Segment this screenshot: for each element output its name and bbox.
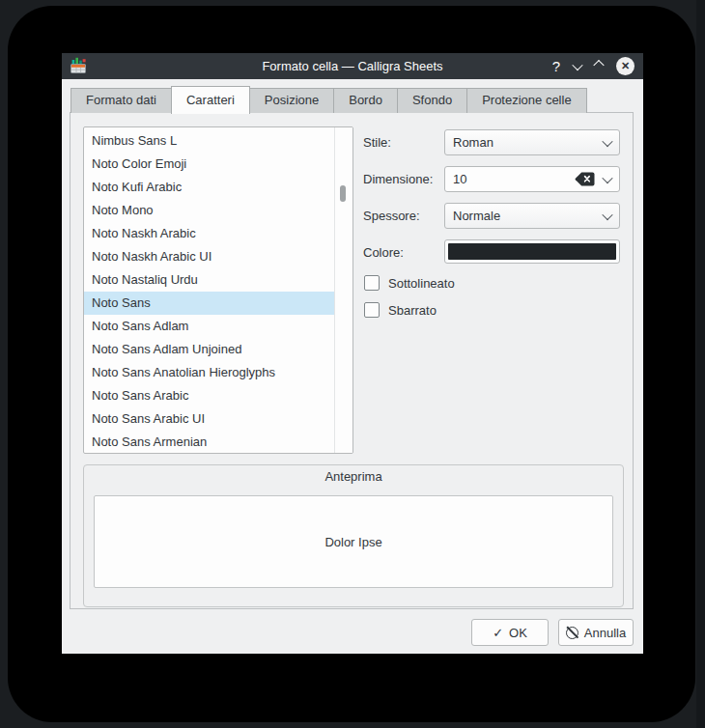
preview-sample-text: Dolor Ipse <box>324 535 381 549</box>
preview-area: Dolor Ipse <box>94 495 613 588</box>
close-icon: ✕ <box>621 60 630 72</box>
tab-bar: Formato datiCaratteriPosizioneBordoSfond… <box>70 85 586 113</box>
font-family-rows: Nimbus Sans LNoto Color EmojiNoto Kufi A… <box>84 129 334 454</box>
format-cell-dialog: Formato cella — Calligra Sheets ? ✕ Form… <box>62 53 643 654</box>
font-list-item[interactable]: Noto Naskh Arabic UI <box>84 245 334 268</box>
clear-text-button[interactable] <box>575 172 595 186</box>
strikeout-checkbox-row[interactable]: Sbarrato <box>364 302 437 318</box>
size-value: 10 <box>453 172 466 186</box>
close-button[interactable]: ✕ <box>616 57 634 75</box>
preview-groupbox: Anteprima Dolor Ipse <box>83 464 624 607</box>
size-label: Dimensione: <box>363 172 450 186</box>
font-list-item[interactable]: Noto Sans Armenian <box>84 431 334 454</box>
cancel-icon <box>566 627 578 639</box>
underline-checkbox-row[interactable]: Sottolineato <box>364 275 455 291</box>
tab[interactable]: Protezione celle <box>466 88 587 113</box>
font-list-item[interactable]: Noto Kufi Arabic <box>84 176 334 199</box>
font-list-item[interactable]: Noto Color Emoji <box>84 153 334 176</box>
font-list-item[interactable]: Noto Sans Adlam Unjoined <box>84 338 334 361</box>
font-list-item[interactable]: Noto Sans Adlam <box>84 315 334 338</box>
tab[interactable]: Bordo <box>333 88 398 113</box>
cancel-button[interactable]: Annulla <box>558 619 634 646</box>
font-list-item[interactable]: Noto Sans Arabic <box>84 384 334 407</box>
font-list-item[interactable]: Noto Mono <box>84 199 334 222</box>
titlebar[interactable]: Formato cella — Calligra Sheets ? ✕ <box>62 53 643 79</box>
weight-combobox[interactable]: Normale <box>444 203 620 229</box>
weight-label: Spessore: <box>363 209 450 223</box>
tab[interactable]: Sfondo <box>397 88 467 113</box>
shade-button-chevron-down-icon[interactable] <box>572 59 582 70</box>
color-swatch <box>448 243 616 260</box>
color-label: Colore: <box>363 245 450 260</box>
tab[interactable]: Caratteri <box>171 86 250 114</box>
font-list-scrollbar[interactable] <box>334 127 352 453</box>
ok-button-label: OK <box>509 626 527 640</box>
font-family-list[interactable]: Nimbus Sans LNoto Color EmojiNoto Kufi A… <box>83 126 353 454</box>
font-list-item[interactable]: Noto Sans <box>84 292 334 315</box>
backspace-clear-icon <box>575 172 595 186</box>
font-list-item[interactable]: Noto Sans Arabic UI <box>84 407 334 431</box>
tab[interactable]: Formato dati <box>70 88 172 113</box>
font-list-item[interactable]: Noto Sans Anatolian Hieroglyphs <box>84 361 334 384</box>
cancel-button-label: Annulla <box>584 626 626 640</box>
chevron-down-icon <box>602 209 612 219</box>
size-combobox[interactable]: 10 <box>444 166 620 192</box>
maximize-button-chevron-up-icon[interactable] <box>593 59 604 70</box>
weight-value: Normale <box>453 209 500 223</box>
checkmark-icon: ✓ <box>493 626 503 640</box>
underline-label[interactable]: Sottolineato <box>388 276 455 291</box>
font-list-item[interactable]: Noto Naskh Arabic <box>84 222 334 245</box>
ok-button[interactable]: ✓ OK <box>471 619 549 646</box>
style-label: Stile: <box>363 135 450 150</box>
underline-checkbox[interactable] <box>364 275 380 291</box>
tab[interactable]: Posizione <box>249 88 334 113</box>
font-list-item[interactable]: Nimbus Sans L <box>84 129 334 153</box>
font-list-item[interactable]: Noto Nastaliq Urdu <box>84 268 334 292</box>
screen-edge <box>696 0 705 728</box>
preview-group-title: Anteprima <box>84 469 623 484</box>
style-value: Roman <box>453 135 494 150</box>
chevron-down-icon <box>602 172 612 182</box>
style-combobox[interactable]: Roman <box>444 129 620 155</box>
help-button[interactable]: ? <box>552 53 560 79</box>
strikeout-checkbox[interactable] <box>364 302 380 318</box>
font-list-scrollbar-thumb[interactable] <box>340 185 346 202</box>
color-picker-button[interactable] <box>444 239 620 264</box>
strikeout-label[interactable]: Sbarrato <box>388 303 437 318</box>
chevron-down-icon <box>602 135 612 146</box>
